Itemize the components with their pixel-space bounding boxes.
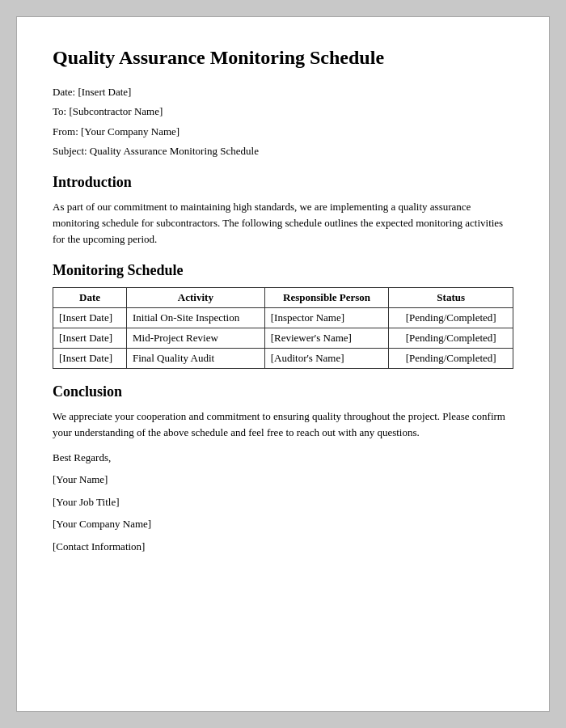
meta-block: Date: [Insert Date] To: [Subcontractor N… — [53, 84, 513, 159]
col-header-date: Date — [53, 288, 127, 308]
col-header-activity: Activity — [127, 288, 265, 308]
table-cell: Initial On-Site Inspection — [127, 308, 265, 328]
sig-contact: [Contact Information] — [53, 539, 513, 555]
table-cell: [Pending/Completed] — [389, 328, 513, 349]
table-header-row: Date Activity Responsible Person Status — [53, 288, 513, 308]
conclusion-body: We appreciate your cooperation and commi… — [53, 408, 513, 441]
introduction-body: As part of our commitment to maintaining… — [53, 199, 513, 248]
table-body: [Insert Date]Initial On-Site Inspection[… — [53, 308, 513, 369]
table-cell: [Pending/Completed] — [389, 308, 513, 328]
col-header-responsible: Responsible Person — [264, 288, 389, 308]
sig-name: [Your Name] — [53, 472, 513, 488]
table-cell: [Pending/Completed] — [389, 349, 513, 369]
table-cell: Mid-Project Review — [127, 328, 265, 349]
signature-block: Best Regards, [Your Name] [Your Job Titl… — [53, 450, 513, 555]
conclusion-heading: Conclusion — [53, 383, 513, 400]
document-page: Quality Assurance Monitoring Schedule Da… — [16, 16, 550, 712]
table-cell: [Insert Date] — [53, 328, 127, 349]
table-cell: [Insert Date] — [53, 308, 127, 328]
from-line: From: [Your Company Name] — [53, 124, 513, 140]
sig-regards: Best Regards, — [53, 450, 513, 466]
table-row: [Insert Date]Final Quality Audit[Auditor… — [53, 349, 513, 369]
table-row: [Insert Date]Mid-Project Review[Reviewer… — [53, 328, 513, 349]
sig-title: [Your Job Title] — [53, 494, 513, 510]
subject-line: Subject: Quality Assurance Monitoring Sc… — [53, 143, 513, 159]
date-line: Date: [Insert Date] — [53, 84, 513, 100]
to-line: To: [Subcontractor Name] — [53, 104, 513, 120]
monitoring-schedule-heading: Monitoring Schedule — [53, 262, 513, 279]
introduction-heading: Introduction — [53, 174, 513, 191]
table-cell: [Insert Date] — [53, 349, 127, 369]
sig-company: [Your Company Name] — [53, 516, 513, 532]
table-cell: Final Quality Audit — [127, 349, 265, 369]
table-cell: [Auditor's Name] — [264, 349, 389, 369]
col-header-status: Status — [389, 288, 513, 308]
table-cell: [Inspector Name] — [264, 308, 389, 328]
document-title: Quality Assurance Monitoring Schedule — [53, 46, 513, 70]
table-cell: [Reviewer's Name] — [264, 328, 389, 349]
table-row: [Insert Date]Initial On-Site Inspection[… — [53, 308, 513, 328]
monitoring-schedule-table: Date Activity Responsible Person Status … — [53, 287, 513, 369]
